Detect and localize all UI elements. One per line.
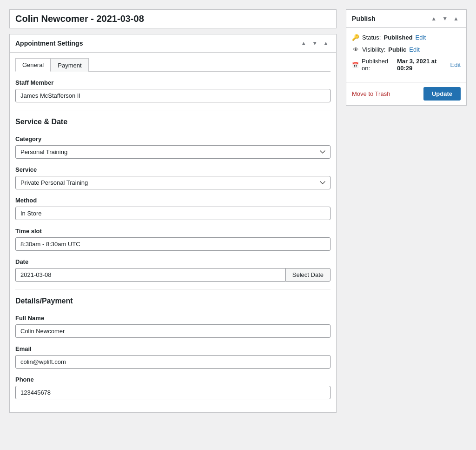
publish-date-edit-link[interactable]: Edit [450,61,461,68]
update-button[interactable]: Update [423,87,461,101]
post-title-box [9,9,337,28]
full-name-input[interactable] [15,324,331,338]
method-group: Method [15,197,331,220]
category-group: Category Personal TrainingOther [15,135,331,159]
move-to-trash-link[interactable]: Move to Trash [352,90,390,97]
publish-visibility-row: Visibility: Public Edit [352,46,461,53]
metabox-controls: ▲ ▼ ▲ [299,39,331,47]
eye-icon [352,46,359,53]
method-label: Method [15,197,331,204]
details-payment-section-header: Details/Payment [15,289,331,311]
time-slot-input[interactable] [15,237,331,251]
publish-date-value: Mar 3, 2021 at 00:29 [397,58,448,72]
metabox-body: General Payment Staff Member Service & D… [10,53,336,412]
select-date-button[interactable]: Select Date [285,268,331,282]
staff-member-label: Staff Member [15,79,331,86]
publish-body: Status: Published Edit Visibility: Publi… [346,28,466,82]
full-name-label: Full Name [15,315,331,322]
publish-down-btn[interactable]: ▼ [440,14,450,23]
tabs-container: General Payment [15,58,331,72]
tab-general[interactable]: General [15,58,51,72]
time-slot-group: Time slot [15,228,331,251]
appointment-settings-metabox: Appointment Settings ▲ ▼ ▲ General Payme… [9,34,337,413]
metabox-header: Appointment Settings ▲ ▼ ▲ [10,34,336,53]
publish-status-row: Status: Published Edit [352,34,461,41]
publish-visibility-edit-link[interactable]: Edit [409,46,419,53]
metabox-down-btn[interactable]: ▼ [310,39,319,47]
phone-group: Phone [15,376,331,399]
date-field-row: Select Date [15,268,331,282]
metabox-close-btn[interactable]: ▲ [321,39,331,47]
publish-header: Publish ▲ ▼ ▲ [346,10,466,28]
tab-payment[interactable]: Payment [51,58,88,72]
category-select[interactable]: Personal TrainingOther [15,145,331,159]
key-icon [352,34,359,41]
publish-controls: ▲ ▼ ▲ [429,14,461,23]
service-group: Service Private Personal TrainingGroup T… [15,166,331,189]
publish-footer: Move to Trash Update [346,82,466,105]
publish-title: Publish [352,15,376,22]
phone-label: Phone [15,376,331,383]
publish-visibility-label: Visibility: [362,46,385,53]
service-select[interactable]: Private Personal TrainingGroup Training [15,176,331,189]
publish-visibility-value: Public [388,46,406,53]
email-label: Email [15,345,331,352]
staff-member-group: Staff Member [15,79,331,102]
metabox-up-btn[interactable]: ▲ [299,39,308,47]
calendar-icon [352,61,359,68]
publish-status-label: Status: [362,34,381,41]
sidebar: Publish ▲ ▼ ▲ Status: Published Edit [346,9,467,441]
date-label: Date [15,258,331,265]
metabox-title: Appointment Settings [15,40,83,47]
staff-member-input[interactable] [15,89,331,102]
publish-date-row: Published on: Mar 3, 2021 at 00:29 Edit [352,58,461,72]
publish-up-btn[interactable]: ▲ [429,14,438,23]
method-input[interactable] [15,207,331,220]
email-group: Email [15,345,331,369]
date-group: Date Select Date [15,258,331,282]
publish-status-edit-link[interactable]: Edit [416,34,426,41]
category-label: Category [15,135,331,142]
full-name-group: Full Name [15,315,331,338]
date-input[interactable] [15,268,285,282]
service-date-section-header: Service & Date [15,110,331,132]
service-label: Service [15,166,331,173]
publish-date-label: Published on: [362,58,394,72]
phone-input[interactable] [15,386,331,399]
publish-status-value: Published [383,34,412,41]
time-slot-label: Time slot [15,228,331,235]
email-input[interactable] [15,355,331,369]
publish-close-btn[interactable]: ▲ [451,14,461,23]
post-title-input[interactable] [15,13,331,24]
publish-box: Publish ▲ ▼ ▲ Status: Published Edit [346,9,467,106]
